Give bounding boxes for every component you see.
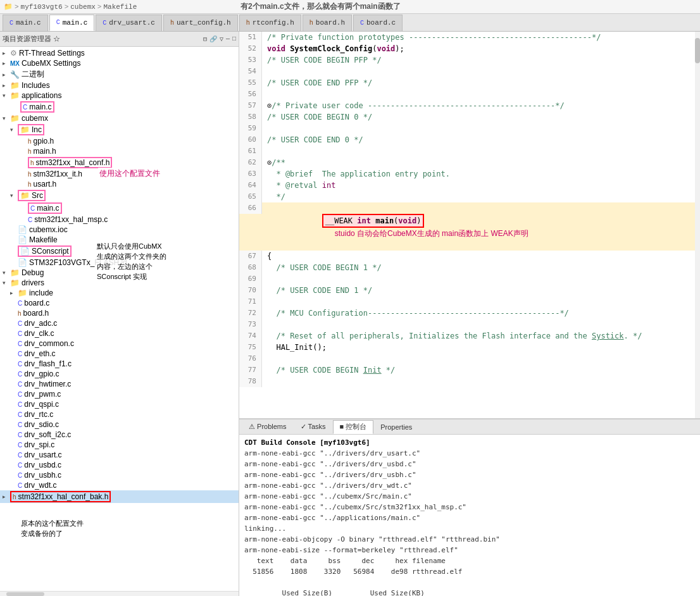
icon-gpio-h: h [28, 138, 32, 145]
tree-item-usart-h[interactable]: h usart.h [0, 179, 239, 189]
tree-item-rtthread[interactable]: ▸ ⚙ RT-Thread Settings [0, 48, 239, 58]
tree-item-drv-usbh[interactable]: C drv_usbh.c [0, 470, 239, 480]
tree-item-drv-usbd[interactable]: C drv_usbd.c [0, 460, 239, 470]
label-driver-include: include [29, 289, 53, 297]
tree-item-cubemx-folder[interactable]: ▾ 📁 cubemx [0, 113, 239, 123]
tree-item-drv-soft-i2c[interactable]: C drv_soft_i2c.c [0, 430, 239, 440]
console-content[interactable]: CDT Build Console [myf103vgt6] arm-none-… [239, 435, 700, 596]
tree-item-drivers[interactable]: ▾ 📁 drivers [0, 278, 239, 288]
console-line-13 [244, 577, 695, 588]
label-debug: Debug [22, 268, 44, 277]
arrow-rtthread: ▸ [3, 50, 10, 56]
tab-board-c[interactable]: C board.c [353, 15, 403, 31]
icon-drv-usbd: C [18, 462, 22, 469]
icon-drv-usart: C [18, 452, 22, 459]
tree-item-it-h[interactable]: h stm32f1xx_it.h [0, 169, 239, 179]
label-gpio-h: gpio.h [34, 137, 54, 146]
tree-item-drv-qspi[interactable]: C drv_qspi.c [0, 399, 239, 409]
icon-binary: 🔧 [10, 70, 20, 79]
icon-cubemx-folder: 📁 [10, 114, 20, 123]
tree-hscrollbar[interactable] [0, 591, 239, 596]
minimize-btn[interactable]: — [226, 35, 230, 43]
tab-drv-usart[interactable]: C drv_usart.c [96, 15, 162, 31]
tree-item-board-c[interactable]: C board.c [0, 298, 239, 308]
code-editor[interactable]: 51 /* Private function prototypes ------… [239, 32, 700, 419]
tab-icon-5: h [246, 20, 250, 27]
code-vscrollbar[interactable] [695, 32, 700, 418]
tree-item-src-main-c[interactable]: C main.c [0, 202, 239, 214]
icon-drv-eth: C [18, 351, 22, 357]
tree-item-drv-flash[interactable]: C drv_flash_f1.c [0, 359, 239, 369]
tree-item-makefile[interactable]: 📄 Makefile [0, 235, 239, 245]
tree-item-hal-msp-c[interactable]: C stm32f1xx_hal_msp.c [0, 214, 239, 225]
menu-btn[interactable]: ▽ [220, 35, 223, 43]
tree-item-includes[interactable]: ▸ 📁 Includes [0, 80, 239, 90]
tree-item-hal-conf-h[interactable]: h stm32f1xx_hal_conf.h [0, 156, 239, 169]
tab-main-c-1[interactable]: C main.c [3, 15, 48, 31]
icon-src-main-c: C [30, 205, 35, 212]
tab-icon-1: C [9, 20, 13, 27]
tab-main-c-2[interactable]: C main.c [49, 15, 95, 31]
tab-board-h[interactable]: h board.h [303, 15, 352, 31]
breadcrumb-item-2[interactable]: cubemx [70, 3, 96, 11]
console-line-8: linking... [244, 523, 695, 534]
icon-makefile: 📄 [18, 235, 27, 244]
tab-properties[interactable]: Properties [373, 420, 419, 434]
tree-item-binary[interactable]: ▸ 🔧 二进制 [0, 68, 239, 80]
label-src-main-c: main.c [37, 204, 59, 213]
tree-item-drv-hwtimer[interactable]: C drv_hwtimer.c [0, 379, 239, 389]
icon-cubemx-ioc: 📄 [18, 225, 27, 234]
code-line-53: 53 /* USER CODE BEGIN PFP */ [239, 54, 700, 66]
tree-item-app-main-c[interactable]: C main.c [0, 101, 239, 113]
tree-item-drv-pwm[interactable]: C drv_pwm.c [0, 389, 239, 399]
tree-item-hal-conf-bak[interactable]: ▸ h stm32f1xx_hal_conf_bak.h [0, 490, 239, 503]
file-tree-content[interactable]: ▸ ⚙ RT-Thread Settings ▸ MX CubeMX Setti… [0, 47, 239, 591]
maximize-btn[interactable]: □ [232, 35, 236, 43]
tree-item-gpio-h[interactable]: h gpio.h [0, 136, 239, 146]
tree-item-drv-clk[interactable]: C drv_clk.c [0, 328, 239, 338]
icon-inc: 📁 [20, 125, 30, 134]
tab-problems[interactable]: ⚠ Problems [242, 420, 294, 434]
tree-item-sconscript[interactable]: 📄 SConscript [0, 245, 239, 258]
tree-item-debug[interactable]: ▾ 📁 Debug [0, 268, 239, 278]
tree-item-driver-include[interactable]: ▸ 📁 include [0, 288, 239, 298]
tree-item-drv-spi[interactable]: C drv_spi.c [0, 440, 239, 450]
code-line-64: 64 * @retval int [239, 180, 700, 191]
label-hal-conf-h: stm32f1xx_hal_conf.h [36, 158, 110, 167]
link-btn[interactable]: 🔗 [209, 35, 217, 43]
tree-item-drv-adc[interactable]: C drv_adc.c [0, 318, 239, 328]
tree-item-src[interactable]: ▾ 📁 Src [0, 189, 239, 202]
tab-uart-config[interactable]: h uart_config.h [163, 15, 238, 31]
tree-item-drv-eth[interactable]: C drv_eth.c [0, 349, 239, 359]
tree-item-applications[interactable]: ▾ 📁 applications [0, 90, 239, 101]
icon-driver-include: 📁 [18, 289, 27, 297]
tree-item-drv-wdt[interactable]: C drv_wdt.c [0, 480, 239, 490]
tree-item-ld[interactable]: 📄 STM32F103VGTx_FLASH.ld [0, 258, 239, 268]
breadcrumb-item-1[interactable]: myf103vgt6 [21, 3, 63, 11]
tree-item-drv-rtc[interactable]: C drv_rtc.c [0, 409, 239, 419]
tab-tasks[interactable]: ✓ Tasks [294, 420, 333, 434]
tree-item-main-h[interactable]: h main.h [0, 146, 239, 156]
icon-hal-conf-h: h [30, 159, 34, 166]
tree-item-cubemx-settings[interactable]: ▸ MX CubeMX Settings [0, 58, 239, 68]
icon-drivers: 📁 [10, 278, 20, 287]
tree-item-drv-common[interactable]: C drv_common.c [0, 338, 239, 349]
label-drv-rtc: drv_rtc.c [24, 410, 53, 419]
label-hal-conf-bak: stm32f1xx_hal_conf_bak.h [18, 492, 109, 501]
breadcrumb-item-3[interactable]: Makefile [103, 3, 137, 11]
tree-item-drv-gpio[interactable]: C drv_gpio.c [0, 369, 239, 379]
tree-item-inc[interactable]: ▾ 📁 Inc [0, 123, 239, 136]
tab-rtconfig[interactable]: h rtconfig.h [239, 15, 301, 31]
collapse-all-btn[interactable]: ⊟ [203, 35, 207, 43]
tree-item-board-h[interactable]: h board.h [0, 308, 239, 318]
tree-item-drv-usart[interactable]: C drv_usart.c [0, 450, 239, 460]
tab-icon-6: h [309, 20, 313, 27]
code-line-75: 75 HAL_Init(); [239, 342, 700, 353]
tab-console[interactable]: ■ 控制台 [333, 420, 374, 434]
tree-item-cubemx-ioc[interactable]: 📄 cubemx.ioc [0, 225, 239, 235]
code-line-68: 68 /* USER CODE BEGIN 1 */ [239, 262, 700, 273]
tree-item-drv-sdio[interactable]: C drv_sdio.c [0, 419, 239, 430]
label-drv-pwm: drv_pwm.c [24, 390, 61, 399]
code-line-76: 76 [239, 353, 700, 364]
console-line-4: arm-none-eabi-gcc "../drivers/drv_wdt.c" [244, 480, 695, 491]
